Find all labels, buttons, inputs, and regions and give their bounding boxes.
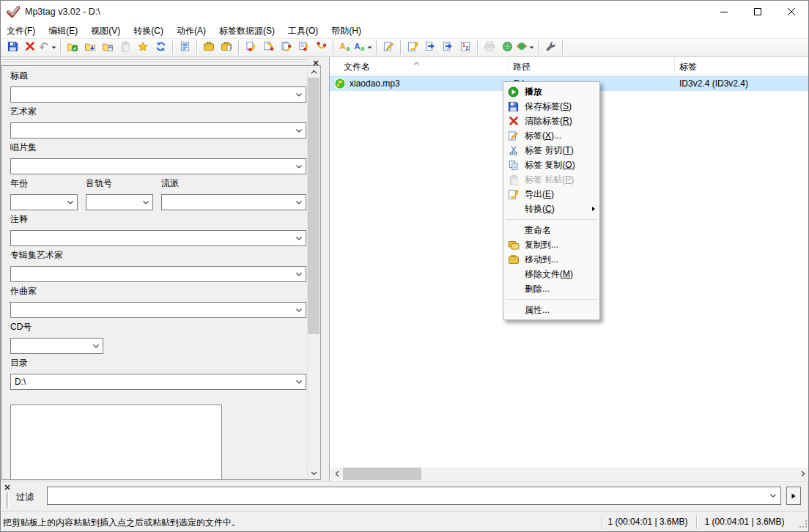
actions-menu-button[interactable]: Aa [354, 40, 373, 56]
remove-tag-button[interactable] [21, 40, 39, 56]
convert-filename-tag-button[interactable] [259, 40, 277, 56]
qq-music-icon [334, 78, 346, 89]
chevron-down-icon[interactable] [93, 344, 99, 348]
chevron-down-icon[interactable] [143, 201, 149, 204]
menubar-item-actions[interactable]: 动作(A) [170, 23, 213, 38]
context-menu-item-properties[interactable]: 属性... [503, 303, 599, 317]
combo-genre[interactable] [161, 194, 306, 210]
column-header-filename[interactable]: 文件名 [330, 57, 509, 73]
context-menu-item-delete[interactable]: 删除... [503, 281, 599, 296]
context-menu-item-rename[interactable]: 重命名 [503, 223, 599, 237]
filter-input[interactable] [51, 489, 763, 504]
tag-panel-scrollbar[interactable] [307, 66, 320, 479]
tag-source-web-button[interactable] [516, 40, 535, 56]
add-playlist-button[interactable] [99, 40, 117, 56]
favorites-button[interactable] [134, 40, 152, 56]
hscrollbar-thumb[interactable] [343, 468, 421, 480]
scroll-down-icon[interactable] [308, 468, 319, 479]
change-directory-button[interactable] [64, 40, 81, 56]
chevron-down-icon[interactable] [296, 273, 302, 276]
menubar-item-tools[interactable]: 工具(O) [281, 23, 325, 38]
menubar-item-edit[interactable]: 编辑(E) [42, 23, 84, 38]
column-header-path[interactable]: 路径 [509, 57, 675, 73]
status-bar: 把剪贴板上的内容粘贴到插入点之后或粘贴到选定的文件中。 1 (00:04:01 … [0, 511, 809, 532]
file-list-hscrollbar[interactable] [330, 468, 809, 480]
combo-artist[interactable] [10, 122, 306, 138]
context-menu-item-save-tag[interactable]: 保存标签(S) [503, 99, 599, 114]
menubar-item-file[interactable]: 文件(F) [0, 23, 42, 38]
context-menu-item-move-to[interactable]: 移动到... [503, 252, 599, 267]
chevron-down-icon[interactable] [296, 165, 302, 169]
edit-tag-button[interactable] [380, 40, 397, 56]
context-menu-item-tag-cut[interactable]: 标签 剪切(T) [503, 143, 599, 158]
undo-button[interactable] [39, 40, 57, 56]
chevron-down-icon[interactable] [770, 494, 776, 498]
scrollbar-thumb[interactable] [308, 78, 319, 334]
filter-close-icon[interactable] [3, 483, 11, 491]
combo-composer[interactable] [10, 302, 306, 318]
combo-directory[interactable]: D:\ [10, 374, 306, 390]
combo-title[interactable] [10, 86, 306, 103]
scroll-left-icon[interactable] [330, 468, 343, 480]
export-button[interactable] [404, 40, 421, 56]
convert-tag-filename-button[interactable] [242, 40, 259, 56]
save-tag-button[interactable] [4, 40, 21, 56]
playlist-selected-button[interactable] [439, 40, 457, 56]
refresh-button[interactable] [152, 40, 169, 56]
column-header-tag[interactable]: 标签 [675, 57, 809, 73]
maximize-button[interactable] [741, 1, 775, 23]
context-menu-item-remove-tag[interactable]: 清除标签(R) [503, 114, 599, 128]
doc-export-icon [407, 41, 418, 55]
numbering-wizard-button[interactable]: 12 [457, 40, 474, 56]
scroll-up-icon[interactable] [308, 66, 319, 78]
combo-year[interactable] [10, 194, 78, 210]
scroll-right-icon[interactable] [797, 468, 809, 480]
combo-disc-number[interactable] [10, 338, 103, 354]
add-directory-button[interactable] [81, 40, 99, 56]
chevron-down-icon[interactable] [296, 309, 302, 312]
convert-tag-tag-button[interactable] [312, 40, 330, 56]
album-art-box[interactable] [10, 404, 222, 479]
extended-tags-button[interactable] [176, 40, 193, 56]
filter-next-button[interactable] [786, 487, 801, 505]
playlist-all-button[interactable] [421, 40, 439, 56]
options-button[interactable] [542, 40, 559, 56]
menubar-item-view[interactable]: 视图(V) [84, 23, 127, 38]
minimize-button[interactable] [707, 1, 741, 23]
menubar-item-help[interactable]: 帮助(H) [325, 23, 368, 38]
chevron-down-icon[interactable] [296, 380, 302, 384]
chevron-down-icon[interactable] [67, 201, 73, 204]
context-menu-item-copy-to[interactable]: 复制到... [503, 237, 599, 252]
tag-paste-button[interactable] [218, 40, 235, 56]
combo-album-artist[interactable] [10, 266, 306, 282]
menubar-item-tag-sources[interactable]: 标签数据源(S) [213, 23, 281, 38]
chevron-down-icon[interactable] [296, 237, 302, 240]
convert-filename-filename-button[interactable] [277, 40, 295, 56]
chevron-down-icon[interactable] [367, 46, 372, 49]
filter-combobox[interactable] [47, 487, 781, 505]
context-menu-item-export[interactable]: 导出(E) [503, 187, 599, 202]
combo-track[interactable] [86, 194, 153, 210]
context-menu-item-remove-file[interactable]: 移除文件(M) [503, 267, 599, 281]
chevron-down-icon[interactable] [529, 46, 534, 49]
web-search-button[interactable] [498, 40, 516, 56]
context-menu-item-tag-copy[interactable]: 标签 复制(O) [503, 158, 599, 172]
chevron-down-icon[interactable] [296, 129, 302, 133]
filter-grip-handle[interactable] [6, 492, 7, 509]
chevron-down-icon[interactable] [296, 93, 302, 97]
chevron-down-icon[interactable] [51, 46, 56, 49]
context-menu-item-convert[interactable]: 转换(C) [503, 202, 599, 216]
resize-grip[interactable] [799, 520, 808, 531]
menubar-item-convert[interactable]: 转换(C) [127, 23, 170, 38]
close-button[interactable] [775, 1, 808, 23]
combo-comment[interactable] [10, 230, 306, 246]
tag-copy-button[interactable] [200, 40, 218, 56]
context-menu-item-edit-tag[interactable]: 标签(X)... [503, 128, 599, 143]
panel-grip-handle[interactable] [2, 59, 307, 64]
convert-textfile-tag-button[interactable] [295, 40, 312, 56]
combo-album[interactable] [10, 158, 306, 174]
chevron-down-icon[interactable] [296, 201, 302, 204]
case-conversion-button[interactable]: Aa [336, 40, 354, 56]
toolbar-separator [333, 40, 333, 55]
context-menu-item-play[interactable]: 播放 [503, 84, 599, 99]
